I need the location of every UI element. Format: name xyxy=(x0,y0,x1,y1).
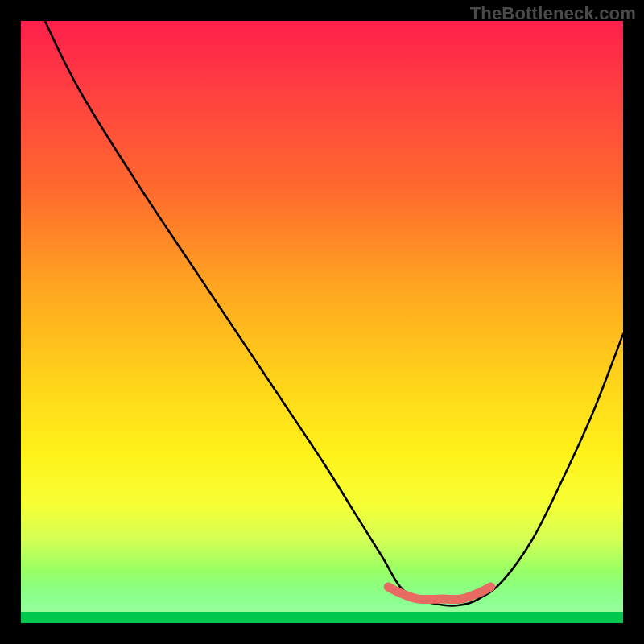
valley-highlight xyxy=(388,587,490,600)
valley-start-dot xyxy=(384,583,393,592)
valley-end-dot xyxy=(486,583,495,592)
chart-stage: TheBottleneck.com xyxy=(0,0,644,644)
watermark-text: TheBottleneck.com xyxy=(470,3,636,24)
plot-area xyxy=(21,21,623,623)
curve-layer xyxy=(21,21,623,623)
bottleneck-curve xyxy=(21,21,623,606)
